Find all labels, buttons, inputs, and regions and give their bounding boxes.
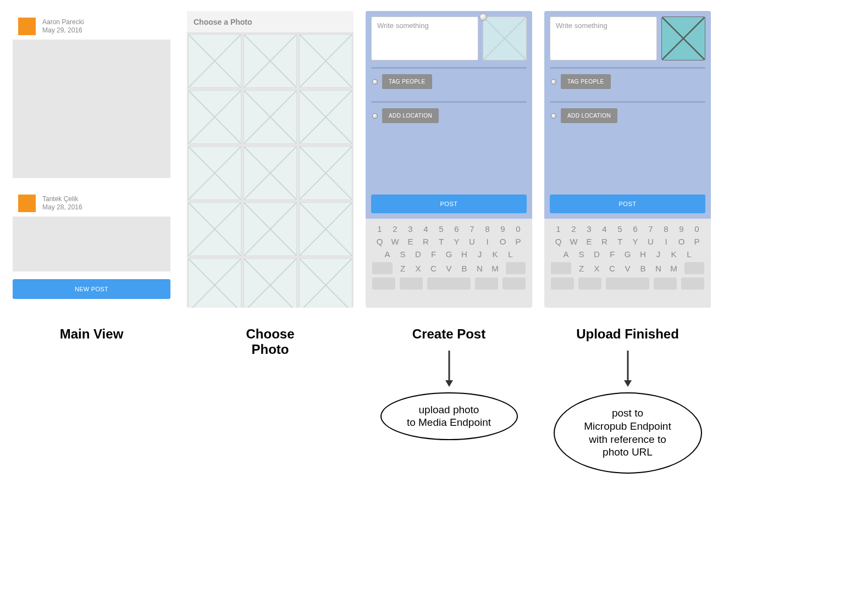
photo-thumbnail[interactable] (299, 34, 352, 88)
keyboard-backspace-key[interactable] (506, 262, 526, 274)
photo-thumbnail[interactable] (299, 90, 352, 144)
photo-thumbnail[interactable] (299, 202, 352, 256)
keyboard-modifier-key[interactable] (475, 278, 498, 290)
photo-thumbnail[interactable] (244, 90, 297, 144)
keyboard-key[interactable]: Z (399, 264, 407, 273)
keyboard-key[interactable]: 2 (570, 224, 578, 234)
keyboard-key[interactable]: T (438, 237, 445, 246)
keyboard-key[interactable]: 1 (555, 224, 562, 234)
keyboard-key[interactable]: Y (453, 237, 461, 246)
photo-thumbnail[interactable] (244, 258, 297, 308)
keyboard-key[interactable]: N (476, 264, 484, 273)
keyboard-key[interactable]: 8 (484, 224, 492, 234)
keyboard-key[interactable]: 4 (601, 224, 609, 234)
photo-thumbnail[interactable] (188, 34, 241, 88)
tag-people-button[interactable]: TAG PEOPLE (382, 74, 432, 89)
keyboard-shift-key[interactable] (551, 262, 571, 274)
keyboard-key[interactable]: O (678, 237, 686, 246)
photo-thumbnail[interactable] (188, 146, 241, 200)
keyboard-key[interactable]: C (430, 264, 438, 273)
keyboard-key[interactable]: 7 (468, 224, 476, 234)
keyboard-key[interactable]: V (624, 264, 632, 273)
keyboard-key[interactable]: M (492, 264, 499, 273)
post-button[interactable]: POST (550, 195, 705, 213)
keyboard-key[interactable]: Q (376, 237, 384, 246)
keyboard-key[interactable]: O (499, 237, 507, 246)
photo-thumbnail[interactable] (188, 90, 241, 144)
keyboard-key[interactable]: M (670, 264, 678, 273)
keyboard-key[interactable]: U (647, 237, 655, 246)
new-post-button[interactable]: NEW POST (13, 279, 170, 299)
photo-thumbnail[interactable] (244, 146, 297, 200)
keyboard-key[interactable]: 9 (678, 224, 686, 234)
keyboard-modifier-key[interactable] (551, 278, 574, 290)
keyboard-key[interactable]: 4 (422, 224, 430, 234)
keyboard-key[interactable]: 0 (693, 224, 701, 234)
keyboard-key[interactable]: 8 (662, 224, 670, 234)
keyboard-key[interactable]: P (515, 237, 522, 246)
keyboard-key[interactable]: 6 (453, 224, 461, 234)
photo-thumbnail[interactable] (188, 258, 241, 308)
photo-thumbnail[interactable] (299, 258, 352, 308)
keyboard-key[interactable]: E (407, 237, 415, 246)
keyboard-key[interactable]: R (601, 237, 609, 246)
keyboard-modifier-key[interactable] (372, 278, 395, 290)
keyboard-modifier-key[interactable] (400, 278, 423, 290)
compose-text-input[interactable]: Write something (371, 16, 478, 60)
keyboard-key[interactable]: S (399, 249, 407, 259)
keyboard-key[interactable]: K (492, 249, 499, 259)
photo-thumbnail[interactable] (188, 202, 241, 256)
keyboard-key[interactable]: E (586, 237, 593, 246)
keyboard-key[interactable]: 6 (632, 224, 639, 234)
keyboard-key[interactable]: C (609, 264, 616, 273)
keyboard-key[interactable]: H (461, 249, 468, 259)
keyboard-key[interactable]: K (670, 249, 678, 259)
add-location-button[interactable]: ADD LOCATION (382, 108, 439, 123)
keyboard-key[interactable]: X (593, 264, 601, 273)
keyboard-key[interactable]: I (662, 237, 670, 246)
keyboard-key[interactable]: G (445, 249, 453, 259)
keyboard-key[interactable]: V (445, 264, 453, 273)
keyboard-return-key[interactable] (502, 278, 526, 290)
keyboard-key[interactable]: 2 (391, 224, 399, 234)
keyboard-key[interactable]: S (578, 249, 586, 259)
keyboard-key[interactable]: 5 (616, 224, 624, 234)
tag-people-button[interactable]: TAG PEOPLE (561, 74, 611, 89)
keyboard-key[interactable]: Z (578, 264, 586, 273)
keyboard-key[interactable]: 3 (586, 224, 593, 234)
compose-attached-photo-finished[interactable] (661, 16, 705, 60)
keyboard-spacebar[interactable] (606, 278, 649, 290)
keyboard-key[interactable]: 1 (376, 224, 384, 234)
keyboard-spacebar[interactable] (427, 278, 471, 290)
keyboard-key[interactable]: J (655, 249, 662, 259)
keyboard-key[interactable]: B (461, 264, 468, 273)
keyboard-key[interactable]: H (639, 249, 647, 259)
keyboard-key[interactable]: A (562, 249, 570, 259)
photo-thumbnail[interactable] (244, 202, 297, 256)
keyboard-key[interactable]: D (593, 249, 601, 259)
keyboard-key[interactable]: 7 (647, 224, 655, 234)
on-screen-keyboard[interactable]: 1234567890 QWERTYUIOP ASDFGHJKL ZXCVBNM (366, 219, 532, 296)
keyboard-key[interactable]: X (415, 264, 422, 273)
keyboard-key[interactable]: 5 (438, 224, 445, 234)
keyboard-key[interactable]: 9 (499, 224, 507, 234)
compose-text-input[interactable]: Write something (550, 16, 657, 60)
keyboard-key[interactable]: 0 (515, 224, 522, 234)
keyboard-key[interactable]: G (624, 249, 632, 259)
keyboard-key[interactable]: Y (632, 237, 639, 246)
keyboard-key[interactable]: 3 (407, 224, 415, 234)
keyboard-key[interactable]: L (686, 249, 693, 259)
keyboard-key[interactable]: J (476, 249, 484, 259)
compose-attached-photo[interactable] (483, 16, 527, 60)
keyboard-modifier-key[interactable] (654, 278, 677, 290)
photo-thumbnail[interactable] (244, 34, 297, 88)
photo-thumbnail[interactable] (299, 146, 352, 200)
keyboard-key[interactable]: W (391, 237, 399, 246)
keyboard-key[interactable]: F (430, 249, 438, 259)
keyboard-key[interactable]: D (415, 249, 422, 259)
keyboard-key[interactable]: W (570, 237, 578, 246)
keyboard-key[interactable]: U (468, 237, 476, 246)
on-screen-keyboard[interactable]: 1234567890 QWERTYUIOP ASDFGHJKL ZXCVBNM (544, 219, 711, 296)
post-button[interactable]: POST (371, 195, 527, 213)
keyboard-key[interactable]: P (693, 237, 701, 246)
